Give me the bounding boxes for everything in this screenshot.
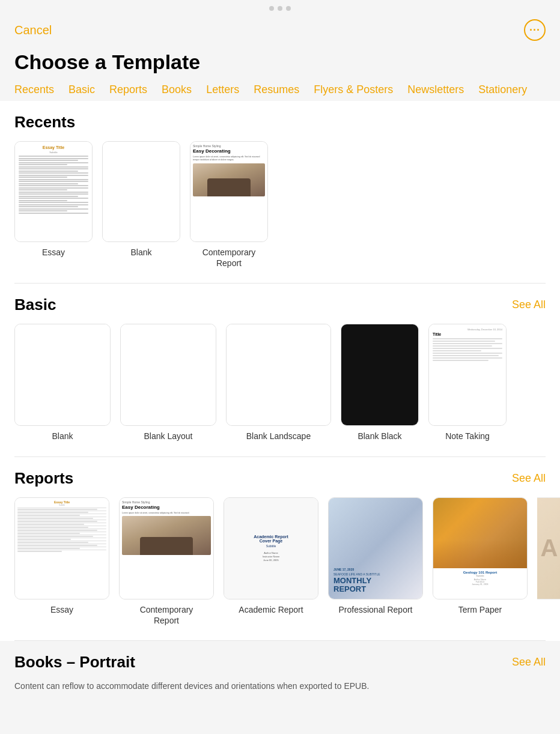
blank-landscape-label: Blank Landscape [246,431,311,441]
note-taking-label: Note Taking [445,431,490,441]
contemp-reports-title: Easy Decorating [120,505,213,512]
contemp-reports-body: Lorem ipsum dolor sit amet, consectetur … [120,512,213,517]
category-basic[interactable]: Basic [68,83,95,101]
essay-thumb-content: Essay Title Subtitle [15,142,92,241]
books-see-all-button[interactable]: See All [512,656,546,669]
small-essay-sub: Subtitle [17,504,106,506]
essay-title-text: Essay Title [19,145,88,150]
essay-thumbnail-recent: Essay Title Subtitle [14,141,93,242]
template-contemporary-reports[interactable]: Simple Home Styling Easy Decorating Lore… [119,497,214,626]
academic-main-title: Academic ReportCover Page [254,535,288,543]
note-lines [433,338,502,361]
essay-line-2 [19,158,88,159]
recents-template-row: Essay Title Subtitle [14,141,546,281]
more-options-button[interactable]: ··· [524,19,546,41]
template-blank-landscape[interactable]: Blank Landscape [226,324,331,441]
category-resumes[interactable]: Resumes [254,83,299,101]
blank-basic-label: Blank [52,431,73,441]
essay-line-11 [19,177,67,178]
category-navigation: Recents Basic Reports Books Letters Resu… [0,83,560,101]
cancel-button[interactable]: Cancel [14,23,52,37]
books-section-title: Books – Portrait [14,653,135,672]
contemporary-reports-content: Simple Home Styling Easy Decorating Lore… [120,498,213,599]
drag-dot-2 [278,6,282,11]
essay-line-18 [19,192,88,193]
essay-line-8 [19,171,78,172]
reports-section-title: Reports [14,469,73,488]
template-academic-report[interactable]: Academic ReportCover Page Subtitle Autho… [224,497,318,626]
category-flyers[interactable]: Flyers & Posters [314,83,393,101]
blank-thumbnail-basic [14,324,111,426]
template-essay-recent[interactable]: Essay Title Subtitle [14,141,93,268]
header: Cancel ··· [0,16,560,50]
basic-section: Basic See All Blank Blank Layout [0,284,560,453]
reports-see-all-button[interactable]: See All [512,472,546,485]
note-line-7 [433,353,502,354]
essay-line-12 [19,179,88,180]
template-professional-report[interactable]: JUNE 17, 2020 SEAFOOD LIFE AND A SUBTITL… [328,497,423,626]
s-line-20 [17,536,93,537]
essay-thumbnail-reports: Essay Title Subtitle [14,497,109,599]
page-title: Choose a Template [0,50,560,83]
template-partial-reports: A [537,497,560,626]
s-line-15 [17,529,106,530]
category-letters[interactable]: Letters [206,83,239,101]
books-section: Books – Portrait See All Content can ref… [0,641,560,691]
s-line-10 [17,521,97,522]
reports-section-header: Reports See All [14,469,546,488]
note-line-6 [433,350,481,351]
note-line-5 [433,348,502,349]
contemp-image-inner [193,163,265,196]
template-term-paper[interactable]: Geology 101 Report Subtitle Author NameF… [433,497,528,626]
books-section-header: Books – Portrait See All [14,653,546,672]
template-note-taking[interactable]: Wednesday, December 10, 2014 Title [428,324,507,441]
category-recents[interactable]: Recents [14,83,54,101]
term-image [433,498,527,569]
academic-subtitle: Subtitle [266,544,276,548]
s-line-30 [17,551,62,552]
category-stationery[interactable]: Stationery [478,83,527,101]
s-line-1 [17,508,106,509]
s-line-25 [17,544,106,545]
s-line-3 [17,511,106,512]
s-line-6 [17,515,80,516]
s-line-22 [17,539,71,540]
note-taking-thumbnail: Wednesday, December 10, 2014 Title [428,324,507,426]
category-newsletters[interactable]: Newsletters [407,83,464,101]
contemporary-reports-label: ContemporaryReport [140,604,193,626]
s-line-29 [17,550,106,551]
s-line-21 [17,538,106,539]
term-subtitle: Subtitle [436,574,525,577]
partial-thumbnail: A [537,497,560,599]
essay-line-16 [19,187,88,189]
template-blank-black[interactable]: Blank Black [341,324,419,441]
s-line-14 [17,527,88,528]
template-blank-layout[interactable]: Blank Layout [120,324,216,441]
s-line-18 [17,533,80,534]
template-blank-recent[interactable]: Blank [102,141,180,268]
s-line-11 [17,523,106,524]
note-title: Title [433,332,502,336]
blank-black-thumbnail [341,324,419,426]
note-date: Wednesday, December 10, 2014 [433,328,502,331]
s-line-26 [17,545,97,546]
note-line-8 [433,355,499,356]
blank-landscape-thumbnail [226,324,331,426]
academic-label: Academic Report [239,604,303,615]
s-line-13 [17,526,106,527]
category-reports[interactable]: Reports [109,83,147,101]
s-line-17 [17,532,106,533]
template-blank-basic[interactable]: Blank [14,324,111,441]
basic-section-title: Basic [14,296,56,314]
term-image-overlay [433,540,527,568]
partial-content: A [537,498,560,599]
template-contemporary-recent[interactable]: Simple Home Styling Easy Decorating Lore… [190,141,268,268]
note-line-9 [433,357,502,359]
basic-see-all-button[interactable]: See All [512,299,546,311]
note-line-4 [433,345,492,347]
contemp-main-title: Easy Decorating [190,148,267,156]
term-paper-thumbnail: Geology 101 Report Subtitle Author NameF… [433,497,528,599]
essay-line-15 [19,185,88,186]
category-books[interactable]: Books [162,83,192,101]
template-essay-reports[interactable]: Essay Title Subtitle [14,497,109,626]
